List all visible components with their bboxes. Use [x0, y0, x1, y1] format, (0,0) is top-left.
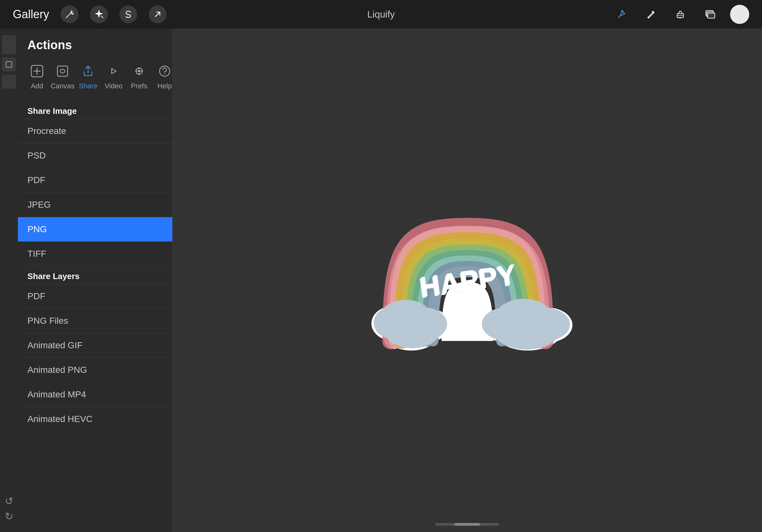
redo-button[interactable]: ↻ [5, 510, 13, 522]
prefs-icon [131, 63, 147, 79]
tab-prefs-label: Prefs [131, 82, 147, 90]
actions-toolbar: Add Canvas [18, 60, 172, 101]
wrench-icon[interactable] [61, 5, 79, 23]
share-icon [80, 63, 96, 79]
pencil-tool-icon[interactable] [642, 5, 660, 23]
share-item-png[interactable]: PNG [18, 217, 172, 241]
top-bar-right [613, 5, 749, 24]
tab-prefs[interactable]: Prefs [126, 60, 152, 94]
layers-tool-icon[interactable] [701, 5, 719, 23]
share-item-procreate[interactable]: Procreate [18, 119, 172, 143]
svg-rect-6 [6, 62, 12, 67]
sidebar-tool-2[interactable] [2, 57, 16, 71]
svg-point-32 [381, 300, 431, 333]
tab-video-label: Video [105, 82, 122, 90]
share-item-layers-pdf[interactable]: PDF [18, 284, 172, 308]
tab-share-label: Share [79, 82, 98, 90]
sidebar-tool-1[interactable] [2, 35, 16, 54]
svg-rect-14 [138, 73, 140, 75]
svg-rect-5 [708, 13, 715, 18]
pen-tool-icon[interactable] [613, 5, 631, 23]
artwork-svg: HAPPY HAPPY [355, 183, 579, 362]
share-image-title: Share Image [18, 101, 172, 119]
canvas-inner: HAPPY HAPPY [355, 181, 579, 363]
s-tool-icon[interactable] [119, 5, 137, 23]
main-content: ↺ ↻ Actions Add [0, 29, 762, 532]
share-item-pdf[interactable]: PDF [18, 168, 172, 192]
gallery-button[interactable]: Gallery [13, 8, 49, 21]
share-item-tiff[interactable]: TIFF [18, 242, 172, 266]
share-item-jpeg[interactable]: JPEG [18, 193, 172, 217]
arrow-icon[interactable] [149, 5, 167, 23]
tab-video[interactable]: Video [101, 60, 126, 94]
eraser-tool-icon[interactable] [671, 5, 689, 23]
share-item-psd[interactable]: PSD [18, 144, 172, 168]
tab-add-label: Add [31, 82, 43, 90]
help-icon [156, 63, 172, 79]
tool-name: Liquify [367, 9, 395, 20]
share-item-animated-hevc[interactable]: Animated HEVC [18, 407, 172, 431]
svg-point-18 [164, 74, 165, 75]
svg-rect-10 [57, 66, 68, 76]
share-item-animated-gif[interactable]: Animated GIF [18, 333, 172, 358]
tab-help-label: Help [157, 82, 172, 90]
svg-point-12 [138, 70, 140, 72]
avatar[interactable] [730, 5, 749, 24]
share-item-png-files[interactable]: PNG Files [18, 309, 172, 333]
add-icon [29, 63, 45, 79]
tab-canvas[interactable]: Canvas [50, 60, 75, 94]
left-sidebar: ↺ ↻ [0, 29, 18, 532]
sidebar-tool-3[interactable] [2, 75, 16, 89]
actions-panel: Actions Add [18, 29, 172, 532]
svg-rect-15 [135, 71, 137, 72]
undo-button[interactable]: ↺ [5, 495, 13, 507]
canvas-scrollbar-thumb [454, 523, 480, 526]
tab-help[interactable]: Help [152, 60, 172, 94]
tab-canvas-label: Canvas [51, 82, 75, 90]
svg-point-1 [621, 10, 623, 12]
share-layers-title: Share Layers [18, 266, 172, 284]
magic-icon[interactable] [90, 5, 108, 23]
top-bar-left: Gallery [13, 5, 167, 23]
svg-point-36 [496, 299, 552, 334]
undo-redo-controls: ↺ ↻ [5, 495, 13, 522]
video-icon [105, 63, 122, 79]
svg-line-0 [101, 16, 103, 18]
canvas-scrollbar[interactable] [435, 523, 499, 526]
tab-add[interactable]: Add [24, 60, 50, 94]
canvas-icon [54, 63, 71, 79]
svg-rect-13 [138, 67, 140, 69]
svg-rect-16 [141, 71, 143, 72]
tab-share[interactable]: Share [75, 60, 101, 94]
canvas-area[interactable]: HAPPY HAPPY [172, 29, 762, 532]
actions-title: Actions [18, 38, 172, 60]
top-bar: Gallery Liquify [0, 0, 762, 29]
share-item-animated-png[interactable]: Animated PNG [18, 358, 172, 382]
share-item-animated-mp4[interactable]: Animated MP4 [18, 382, 172, 407]
